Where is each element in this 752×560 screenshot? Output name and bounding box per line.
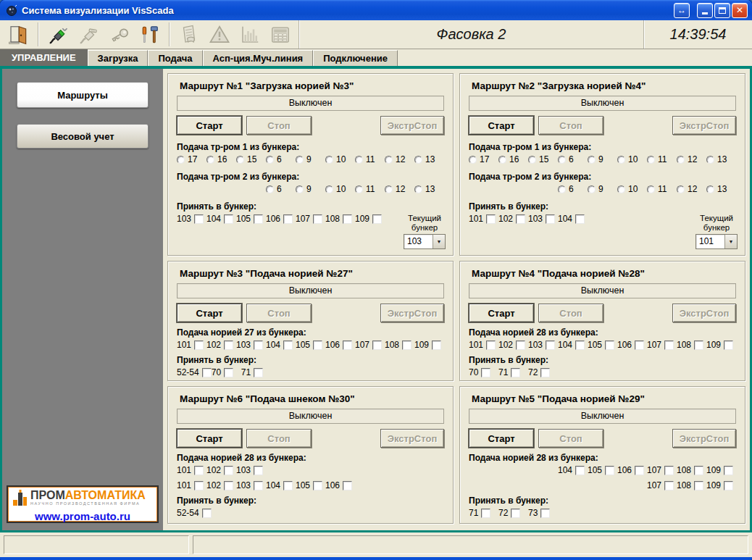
bunker-checkbox[interactable]: 105 [236,214,266,224]
bunker-checkbox[interactable]: 104 [266,340,296,350]
bunker-checkbox[interactable]: 106 [617,340,647,350]
stop-button[interactable]: Стоп [246,304,312,322]
bunker-checkbox[interactable]: 103 [177,214,206,224]
current-bunker-select[interactable]: 101 ▼ [695,234,738,249]
bunker-radio[interactable]: 6 [558,184,588,194]
bunker-checkbox[interactable]: 109 [706,465,736,475]
bunker-checkbox[interactable]: 109 [706,480,736,490]
bunker-checkbox[interactable]: 104 [558,340,588,350]
minimize-button[interactable] [697,3,713,18]
trends-button[interactable] [235,22,265,48]
bunker-radio[interactable]: 10 [325,154,355,164]
emergency-stop-button[interactable]: ЭкстрСтоп [672,116,736,135]
bunker-checkbox[interactable]: 106 [325,480,355,490]
bunker-checkbox[interactable]: 105 [296,480,325,490]
sidebar-button-vesovoy-uchet[interactable]: Весовой учет [17,124,149,149]
bunker-checkbox[interactable]: 103 [236,480,266,490]
bunker-radio[interactable]: 11 [355,154,385,164]
bunker-checkbox[interactable]: 103 [236,340,266,350]
bunker-radio[interactable]: 13 [414,154,444,164]
report-button[interactable] [174,22,204,48]
bunker-checkbox[interactable]: 108 [677,480,706,490]
tab-aspiracia[interactable]: Асп-ция.Муч.линия [203,50,314,66]
bunker-checkbox[interactable]: 101 [177,465,206,475]
bunker-radio[interactable]: 17 [177,154,206,164]
bunker-radio[interactable]: 9 [588,184,617,194]
bunker-checkbox[interactable]: 102 [206,480,236,490]
bunker-checkbox[interactable]: 70 [212,367,241,377]
emergency-stop-button[interactable]: ЭкстрСтоп [380,116,444,135]
bunker-radio[interactable]: 10 [617,154,647,164]
bunker-checkbox[interactable]: 105 [296,340,325,350]
settings-button[interactable] [134,22,164,48]
bunker-checkbox[interactable]: 107 [355,340,385,350]
bunker-checkbox[interactable]: 107 [647,480,677,490]
bunker-checkbox[interactable]: 105 [588,465,617,475]
connect-button[interactable] [43,22,73,48]
dropdown-arrow-icon[interactable]: ▼ [433,235,445,248]
bunker-radio[interactable]: 6 [558,154,588,164]
bunker-checkbox[interactable]: 103 [528,214,558,224]
bunker-radio[interactable]: 17 [469,154,498,164]
bunker-radio[interactable]: 15 [528,154,558,164]
bunker-radio[interactable]: 16 [206,154,236,164]
close-button[interactable]: ✕ [732,3,748,18]
bunker-checkbox[interactable]: 70 [469,367,498,377]
bunker-radio[interactable]: 9 [588,154,617,164]
stop-button[interactable]: Стоп [246,429,312,448]
exit-button[interactable] [3,22,33,48]
tab-zagruzka[interactable]: Загрузка [88,50,149,66]
disconnect-button[interactable] [73,22,104,48]
bunker-checkbox[interactable]: 108 [677,340,706,350]
bunker-radio[interactable]: 12 [385,184,414,194]
bunker-radio[interactable]: 12 [677,184,706,194]
stop-button[interactable]: Стоп [538,116,603,135]
bunker-radio[interactable]: 9 [296,154,325,164]
emergency-stop-button[interactable]: ЭкстрСтоп [380,429,444,448]
tab-upravlenie[interactable]: УПРАВЛЕНИЕ [0,49,88,66]
start-button[interactable]: Старт [177,116,242,135]
bunker-checkbox[interactable]: 108 [677,465,706,475]
start-button[interactable]: Старт [177,429,242,448]
bunker-checkbox[interactable]: 106 [325,340,355,350]
bunker-checkbox[interactable]: 103 [236,465,266,475]
sidebar-button-marshruty[interactable]: Маршруты [17,82,149,108]
bunker-radio[interactable]: 13 [414,184,444,194]
bunker-checkbox[interactable]: 71 [469,508,498,518]
bunker-checkbox[interactable]: 109 [355,214,385,224]
bunker-checkbox[interactable]: 104 [558,465,588,475]
bunker-checkbox[interactable]: 107 [296,214,325,224]
bunker-radio[interactable]: 11 [647,184,677,194]
bunker-radio[interactable]: 10 [617,184,647,194]
tab-podacha[interactable]: Подача [148,50,202,66]
bunker-checkbox[interactable]: 106 [617,465,647,475]
bunker-checkbox[interactable]: 101 [177,340,206,350]
bunker-checkbox[interactable]: 102 [498,340,528,350]
bunker-checkbox[interactable]: 52-54 [177,508,212,518]
access-button[interactable] [104,22,134,48]
bunker-checkbox[interactable]: 104 [266,480,296,490]
bunker-checkbox[interactable]: 108 [385,340,414,350]
bunker-radio[interactable]: 12 [385,154,414,164]
emergency-stop-button[interactable]: ЭкстрСтоп [672,429,736,448]
bunker-radio[interactable]: 13 [706,154,736,164]
stop-button[interactable]: Стоп [538,304,603,322]
bunker-checkbox[interactable]: 52-54 [177,367,212,377]
resize-button[interactable]: ↔ [674,3,690,18]
controller-button[interactable] [265,22,296,48]
bunker-radio[interactable]: 13 [706,184,736,194]
bunker-checkbox[interactable]: 105 [588,340,617,350]
bunker-radio[interactable]: 11 [355,184,385,194]
bunker-radio[interactable]: 6 [266,154,296,164]
bunker-checkbox[interactable]: 107 [647,340,677,350]
bunker-checkbox[interactable]: 72 [498,508,528,518]
bunker-checkbox[interactable]: 103 [528,340,558,350]
maximize-button[interactable] [714,3,730,18]
bunker-checkbox[interactable]: 109 [706,340,736,350]
bunker-checkbox[interactable]: 73 [528,508,558,518]
bunker-checkbox[interactable]: 107 [647,465,677,475]
stop-button[interactable]: Стоп [246,116,312,135]
bunker-checkbox[interactable]: 104 [206,214,236,224]
bunker-checkbox[interactable]: 104 [558,214,588,224]
bunker-checkbox[interactable]: 101 [469,214,498,224]
